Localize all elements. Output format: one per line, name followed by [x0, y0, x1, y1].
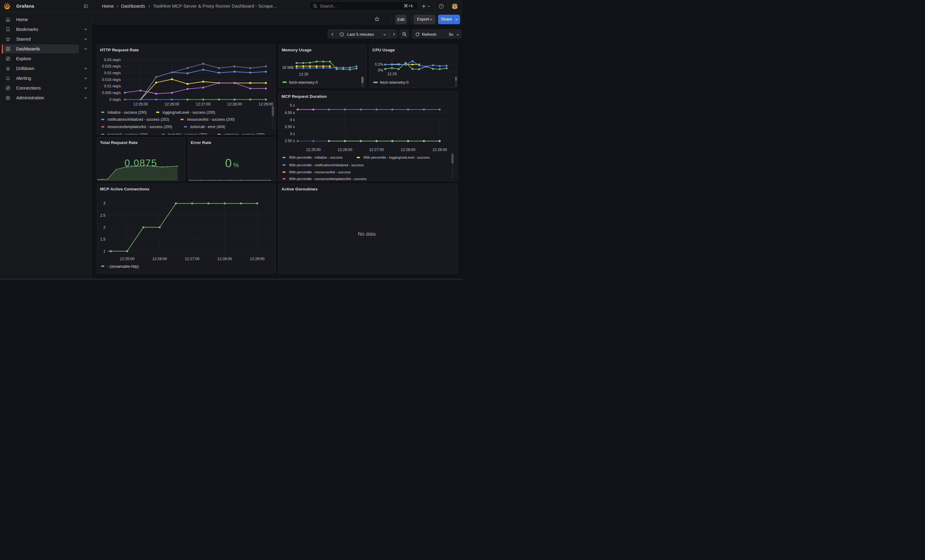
svg-text:12:25:00: 12:25:00	[306, 148, 321, 152]
svg-text:12:28:00: 12:28:00	[217, 257, 232, 261]
svg-text:16 MiB: 16 MiB	[282, 65, 294, 69]
svg-text:12:27:00: 12:27:00	[369, 148, 384, 152]
svg-text:tools/call - error (404): tools/call - error (404)	[190, 125, 225, 129]
svg-text:4 s: 4 s	[290, 117, 295, 122]
svg-text:tools/call - success (200): tools/call - success (200)	[108, 132, 148, 135]
svg-text:0.025 req/s: 0.025 req/s	[102, 64, 121, 69]
svg-text:95th percentile - initialize -: 95th percentile - initialize - success	[289, 156, 343, 159]
svg-text:0.015 req/s: 0.015 req/s	[102, 77, 121, 82]
svg-text:12:27:00: 12:27:00	[185, 257, 199, 261]
svg-text:tools/list - success (200): tools/list - success (200)	[168, 132, 208, 135]
svg-text:12:29:00: 12:29:00	[259, 102, 273, 106]
svg-text:12:26:00: 12:26:00	[152, 257, 167, 261]
svg-text:notifications/initialized - su: notifications/initialized - success (202…	[108, 117, 169, 122]
svg-text:initialize - success (200): initialize - success (200)	[108, 110, 147, 114]
svg-text:4.50 s: 4.50 s	[285, 110, 295, 115]
svg-text:12:29:00: 12:29:00	[250, 257, 265, 261]
svg-text:12:25:00: 12:25:00	[120, 257, 135, 261]
svg-text:12:28:00: 12:28:00	[401, 148, 416, 152]
svg-text:resources/templates/list - suc: resources/templates/list - success (200)	[108, 125, 172, 129]
svg-text:3 s: 3 s	[290, 132, 295, 136]
svg-text:0.02 req/s: 0.02 req/s	[104, 71, 121, 75]
svg-text:unknown - success (200): unknown - success (200)	[224, 132, 265, 135]
svg-text:1: 1	[103, 249, 105, 254]
svg-text:95th percentile - logging/setL: 95th percentile - logging/setLevel - suc…	[363, 156, 430, 159]
svg-text:0.03 req/s: 0.03 req/s	[104, 57, 121, 62]
svg-text:- (streamable-http): - (streamable-http)	[107, 264, 139, 269]
svg-text:fetch-telemetry-0: fetch-telemetry-0	[289, 80, 318, 84]
svg-text:resources/list - success (200): resources/list - success (200)	[187, 117, 235, 122]
svg-text:12:28:00: 12:28:00	[227, 102, 242, 106]
svg-text:2: 2	[103, 225, 105, 230]
svg-text:0: 0	[225, 156, 232, 170]
svg-text:0.005 req/s: 0.005 req/s	[102, 90, 121, 95]
svg-text:95th percentile - notification: 95th percentile - notifications/initiali…	[289, 163, 364, 167]
svg-text:0%: 0%	[378, 68, 384, 72]
svg-text:0 req/s: 0 req/s	[109, 97, 121, 102]
svg-text:95th percentile - resources/te: 95th percentile - resources/templates/li…	[289, 177, 367, 181]
svg-text:1.5: 1.5	[100, 237, 105, 242]
svg-text:12:27:00: 12:27:00	[196, 102, 211, 106]
svg-text:12:25: 12:25	[387, 72, 397, 76]
svg-text:5 s: 5 s	[290, 103, 295, 108]
svg-text:0.01 req/s: 0.01 req/s	[104, 84, 121, 89]
svg-text:fetch-telemetry-0: fetch-telemetry-0	[380, 80, 409, 85]
svg-text:2.5: 2.5	[100, 213, 105, 218]
svg-text:0.0875: 0.0875	[125, 158, 157, 168]
svg-text:0.2%: 0.2%	[375, 62, 383, 66]
svg-text:95th percentile - resources/li: 95th percentile - resources/list - succe…	[289, 170, 351, 174]
svg-text:12:26:00: 12:26:00	[338, 148, 353, 152]
svg-text:3: 3	[103, 201, 105, 206]
svg-text:3.50 s: 3.50 s	[285, 125, 295, 129]
svg-text:12:26:00: 12:26:00	[164, 102, 179, 106]
svg-text:2.50 s: 2.50 s	[285, 139, 295, 143]
svg-text:12:29:00: 12:29:00	[432, 148, 447, 152]
svg-text:12:25:00: 12:25:00	[133, 102, 148, 106]
svg-text:12:25: 12:25	[299, 72, 308, 76]
svg-text:logging/setLevel - success (20: logging/setLevel - success (200)	[163, 110, 215, 114]
svg-text:%: %	[233, 161, 239, 168]
